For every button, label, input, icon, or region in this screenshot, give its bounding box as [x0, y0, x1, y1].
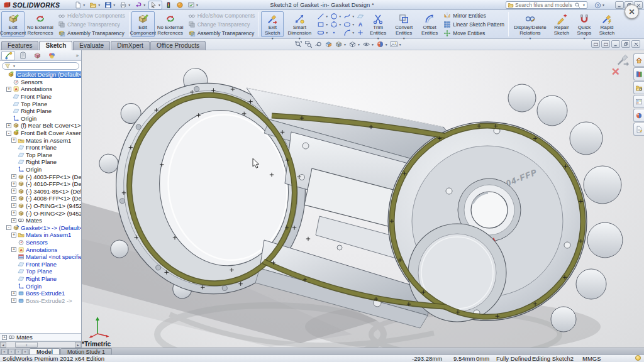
custom-properties-button[interactable]: [633, 123, 644, 136]
window-doc-button[interactable]: [591, 40, 600, 48]
restore-doc-button[interactable]: [621, 40, 630, 48]
tree-item[interactable]: +Boss-Extrude2 ->: [0, 297, 81, 304]
ellipse-button[interactable]: ▼: [343, 20, 355, 28]
tree-item[interactable]: +(-) O-RING<2> (9452K7: [0, 209, 81, 217]
view-palette-button[interactable]: [633, 95, 644, 108]
doc-tab-motion-study-1[interactable]: Motion Study 1: [60, 348, 112, 354]
display-tab[interactable]: [45, 51, 58, 60]
repair-sketch-button[interactable]: Repair Sketch: [550, 11, 574, 37]
appearances-button[interactable]: ▼: [376, 40, 388, 48]
tree-item[interactable]: +AAnnotations: [0, 85, 81, 93]
expander-icon[interactable]: +: [11, 218, 16, 223]
scene-button[interactable]: ▼: [390, 40, 402, 48]
tree-item[interactable]: Sensors: [0, 239, 81, 246]
tree-item[interactable]: Sensors: [0, 79, 81, 86]
tree-item[interactable]: Front Plane: [0, 144, 81, 151]
edit-component-button[interactable]: Edit Component: [1, 11, 25, 37]
tab-next-icon[interactable]: ›: [15, 349, 21, 354]
circle-button[interactable]: ▼: [330, 12, 341, 20]
graphics-viewport[interactable]: 4004-FFP: [82, 50, 644, 348]
trim-entities-button[interactable]: Trim Entities▼: [366, 11, 390, 37]
assembly-transparency-button[interactable]: Assembly Transparency: [188, 29, 255, 37]
scroll-left-icon[interactable]: ◂: [0, 342, 6, 348]
hide-show-components-button[interactable]: Hide/Show Components: [188, 11, 255, 19]
expander-icon[interactable]: +: [11, 203, 16, 208]
tree-item[interactable]: Material <not specified>: [0, 253, 81, 261]
tree-item[interactable]: +Mates in Assem1: [0, 231, 81, 239]
view-orientation-button[interactable]: ▼: [335, 40, 347, 48]
undo-button[interactable]: ▼: [133, 1, 147, 9]
tree-item[interactable]: Top Plane: [0, 100, 81, 107]
spline-button[interactable]: ▼: [343, 12, 355, 20]
minimize-button[interactable]: [615, 1, 624, 9]
line-button[interactable]: ▼: [317, 12, 328, 20]
status-sphere-icon[interactable]: [635, 355, 641, 361]
panel-horizontal-scrollbar[interactable]: ◂ ⦀ ▸: [0, 341, 81, 348]
docked-mates-row[interactable]: +Mates: [0, 333, 81, 341]
tree-filter-input[interactable]: ▼: [2, 62, 79, 70]
tab-sketch[interactable]: Sketch: [39, 41, 72, 50]
hide-show-items-button[interactable]: ▼: [362, 40, 374, 48]
tree-item[interactable]: Right Plane: [0, 275, 81, 283]
display-delete-relations-button[interactable]: Display/Delete Relations▼: [511, 11, 550, 37]
design-library-button[interactable]: [633, 67, 644, 80]
point-button[interactable]: [330, 28, 341, 36]
save-button[interactable]: ▼: [103, 1, 117, 9]
smart-dimension-button[interactable]: Smart Dimension▼: [284, 11, 315, 37]
overlay-close-icon[interactable]: ✕: [625, 4, 639, 19]
tab-prev-icon[interactable]: ‹: [8, 349, 14, 354]
expander-icon[interactable]: +: [2, 335, 7, 340]
expander-icon[interactable]: -: [6, 131, 11, 136]
linear-sketch-pattern-button[interactable]: Linear Sketch Pattern: [443, 20, 504, 28]
tree-item[interactable]: Top Plane: [0, 151, 81, 159]
edit-component-button[interactable]: Edit Component: [131, 11, 155, 37]
search-icon[interactable]: [574, 2, 580, 8]
tree-item[interactable]: +(-) 4003-FFP<1> (Defau: [0, 173, 81, 180]
tree-item[interactable]: Right Plane: [0, 158, 81, 166]
search-input[interactable]: [515, 2, 573, 8]
tab-last-icon[interactable]: »: [22, 349, 28, 354]
scroll-right-icon[interactable]: ▸: [75, 342, 81, 348]
cancel-sketch-icon[interactable]: ✕: [611, 65, 620, 79]
config-tab[interactable]: [30, 51, 44, 60]
tree-item[interactable]: Top Plane: [0, 268, 81, 275]
tree-item[interactable]: Origin: [0, 282, 81, 290]
tree-item[interactable]: +(-) 34091-85<1> (Defau: [0, 188, 81, 195]
expander-icon[interactable]: +: [11, 182, 16, 187]
arc-button[interactable]: ▼: [343, 28, 355, 36]
expander-icon[interactable]: +: [11, 298, 16, 303]
doc-tab-model[interactable]: Model: [30, 348, 60, 354]
no-external-references-button[interactable]: No External References: [155, 11, 186, 37]
panel-expand-icon[interactable]: »: [76, 53, 80, 58]
expander-icon[interactable]: +: [11, 138, 16, 143]
zoom-fit-button[interactable]: [294, 40, 303, 48]
slot-button[interactable]: ▼: [317, 28, 328, 36]
minimize-doc-button[interactable]: [611, 40, 620, 48]
scrollbar-thumb[interactable]: ⦀: [15, 342, 38, 348]
section-view-button[interactable]: [325, 40, 333, 48]
model-canvas[interactable]: 4004-FFP: [82, 50, 644, 348]
tree-item[interactable]: +(-) O-RING<1> (9452K1: [0, 202, 81, 210]
exit-sketch-button[interactable]: Exit Sketch▼: [261, 11, 284, 37]
new-button[interactable]: ▼: [73, 1, 87, 9]
tree-item[interactable]: +(-) 4010-FFP<1> (Defau: [0, 180, 81, 188]
mirror-entities-button[interactable]: Mirror Entities: [443, 11, 504, 19]
tab-evaluate[interactable]: Evaluate: [73, 41, 110, 50]
file-explorer-button[interactable]: [633, 81, 644, 94]
offset-entities-button[interactable]: Offset Entities: [418, 11, 441, 37]
tree-item[interactable]: +Mates: [0, 217, 81, 224]
expander-icon[interactable]: -: [6, 225, 11, 230]
tab-first-icon[interactable]: «: [1, 349, 8, 354]
select-button[interactable]: ▼: [148, 1, 162, 9]
solidworks-resources-button[interactable]: [633, 53, 644, 67]
search-caret-icon[interactable]: ▼: [582, 3, 586, 7]
rebuild-button[interactable]: [164, 1, 174, 9]
tree-item[interactable]: +(-) 4008-FFP<1> (Defau: [0, 195, 81, 202]
print-button[interactable]: ▼: [118, 1, 132, 9]
exit-sketch-confirm-icon[interactable]: [616, 53, 630, 67]
move-entities-button[interactable]: Move Entities: [443, 29, 504, 37]
change-transparency-button[interactable]: Change Transparency: [58, 20, 125, 28]
rectangle-button[interactable]: ▼: [317, 20, 328, 28]
expander-icon[interactable]: +: [6, 87, 11, 92]
window-doc-button[interactable]: [601, 40, 610, 48]
